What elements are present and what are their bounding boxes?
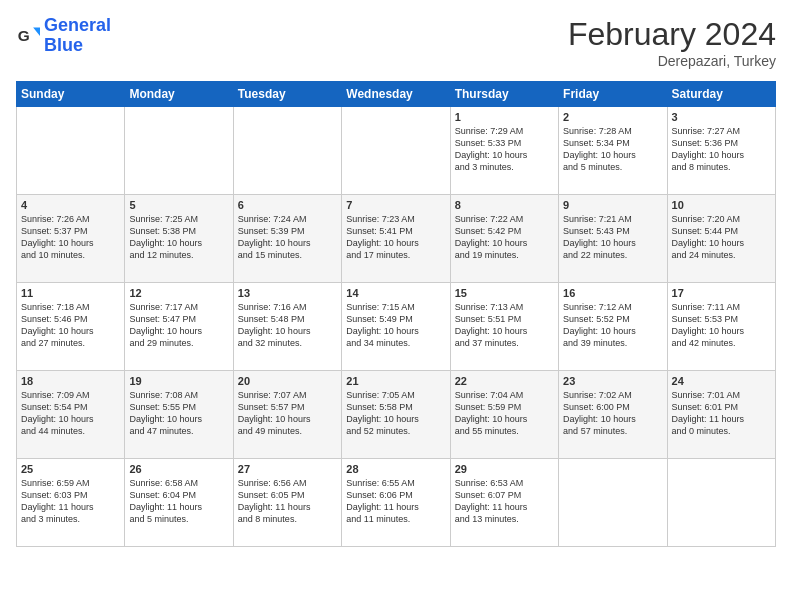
table-row: 19Sunrise: 7:08 AM Sunset: 5:55 PM Dayli… bbox=[125, 371, 233, 459]
day-info: Sunrise: 7:29 AM Sunset: 5:33 PM Dayligh… bbox=[455, 125, 554, 174]
day-info: Sunrise: 7:21 AM Sunset: 5:43 PM Dayligh… bbox=[563, 213, 662, 262]
table-row: 20Sunrise: 7:07 AM Sunset: 5:57 PM Dayli… bbox=[233, 371, 341, 459]
col-wednesday: Wednesday bbox=[342, 82, 450, 107]
calendar-table: Sunday Monday Tuesday Wednesday Thursday… bbox=[16, 81, 776, 547]
day-info: Sunrise: 6:56 AM Sunset: 6:05 PM Dayligh… bbox=[238, 477, 337, 526]
table-row: 21Sunrise: 7:05 AM Sunset: 5:58 PM Dayli… bbox=[342, 371, 450, 459]
day-info: Sunrise: 7:13 AM Sunset: 5:51 PM Dayligh… bbox=[455, 301, 554, 350]
table-row: 27Sunrise: 6:56 AM Sunset: 6:05 PM Dayli… bbox=[233, 459, 341, 547]
day-info: Sunrise: 7:16 AM Sunset: 5:48 PM Dayligh… bbox=[238, 301, 337, 350]
day-info: Sunrise: 6:55 AM Sunset: 6:06 PM Dayligh… bbox=[346, 477, 445, 526]
day-number: 20 bbox=[238, 375, 337, 387]
day-number: 6 bbox=[238, 199, 337, 211]
day-number: 28 bbox=[346, 463, 445, 475]
col-sunday: Sunday bbox=[17, 82, 125, 107]
day-info: Sunrise: 7:27 AM Sunset: 5:36 PM Dayligh… bbox=[672, 125, 771, 174]
day-info: Sunrise: 7:01 AM Sunset: 6:01 PM Dayligh… bbox=[672, 389, 771, 438]
table-row bbox=[667, 459, 775, 547]
table-row: 1Sunrise: 7:29 AM Sunset: 5:33 PM Daylig… bbox=[450, 107, 558, 195]
table-row bbox=[125, 107, 233, 195]
location-subtitle: Derepazari, Turkey bbox=[568, 53, 776, 69]
table-row: 6Sunrise: 7:24 AM Sunset: 5:39 PM Daylig… bbox=[233, 195, 341, 283]
day-info: Sunrise: 7:22 AM Sunset: 5:42 PM Dayligh… bbox=[455, 213, 554, 262]
col-saturday: Saturday bbox=[667, 82, 775, 107]
day-number: 13 bbox=[238, 287, 337, 299]
table-row: 7Sunrise: 7:23 AM Sunset: 5:41 PM Daylig… bbox=[342, 195, 450, 283]
day-info: Sunrise: 7:20 AM Sunset: 5:44 PM Dayligh… bbox=[672, 213, 771, 262]
table-row bbox=[233, 107, 341, 195]
col-friday: Friday bbox=[559, 82, 667, 107]
day-number: 26 bbox=[129, 463, 228, 475]
logo-blue: Blue bbox=[44, 35, 83, 55]
day-info: Sunrise: 6:59 AM Sunset: 6:03 PM Dayligh… bbox=[21, 477, 120, 526]
day-number: 21 bbox=[346, 375, 445, 387]
day-info: Sunrise: 7:08 AM Sunset: 5:55 PM Dayligh… bbox=[129, 389, 228, 438]
svg-marker-1 bbox=[33, 27, 40, 36]
table-row: 22Sunrise: 7:04 AM Sunset: 5:59 PM Dayli… bbox=[450, 371, 558, 459]
day-info: Sunrise: 7:18 AM Sunset: 5:46 PM Dayligh… bbox=[21, 301, 120, 350]
day-number: 10 bbox=[672, 199, 771, 211]
logo-text: General Blue bbox=[44, 16, 111, 56]
day-info: Sunrise: 7:28 AM Sunset: 5:34 PM Dayligh… bbox=[563, 125, 662, 174]
page-header: G General Blue February 2024 Derepazari,… bbox=[16, 16, 776, 69]
day-number: 25 bbox=[21, 463, 120, 475]
col-monday: Monday bbox=[125, 82, 233, 107]
day-info: Sunrise: 7:07 AM Sunset: 5:57 PM Dayligh… bbox=[238, 389, 337, 438]
day-info: Sunrise: 7:02 AM Sunset: 6:00 PM Dayligh… bbox=[563, 389, 662, 438]
table-row bbox=[342, 107, 450, 195]
table-row: 5Sunrise: 7:25 AM Sunset: 5:38 PM Daylig… bbox=[125, 195, 233, 283]
day-number: 8 bbox=[455, 199, 554, 211]
day-info: Sunrise: 7:23 AM Sunset: 5:41 PM Dayligh… bbox=[346, 213, 445, 262]
calendar-header-row: Sunday Monday Tuesday Wednesday Thursday… bbox=[17, 82, 776, 107]
day-number: 23 bbox=[563, 375, 662, 387]
day-info: Sunrise: 7:24 AM Sunset: 5:39 PM Dayligh… bbox=[238, 213, 337, 262]
day-info: Sunrise: 7:11 AM Sunset: 5:53 PM Dayligh… bbox=[672, 301, 771, 350]
day-number: 12 bbox=[129, 287, 228, 299]
month-year-title: February 2024 bbox=[568, 16, 776, 53]
day-number: 5 bbox=[129, 199, 228, 211]
day-info: Sunrise: 7:05 AM Sunset: 5:58 PM Dayligh… bbox=[346, 389, 445, 438]
day-info: Sunrise: 7:09 AM Sunset: 5:54 PM Dayligh… bbox=[21, 389, 120, 438]
table-row: 18Sunrise: 7:09 AM Sunset: 5:54 PM Dayli… bbox=[17, 371, 125, 459]
table-row: 24Sunrise: 7:01 AM Sunset: 6:01 PM Dayli… bbox=[667, 371, 775, 459]
day-number: 2 bbox=[563, 111, 662, 123]
table-row: 9Sunrise: 7:21 AM Sunset: 5:43 PM Daylig… bbox=[559, 195, 667, 283]
day-info: Sunrise: 7:26 AM Sunset: 5:37 PM Dayligh… bbox=[21, 213, 120, 262]
day-number: 7 bbox=[346, 199, 445, 211]
table-row: 25Sunrise: 6:59 AM Sunset: 6:03 PM Dayli… bbox=[17, 459, 125, 547]
calendar-week-row: 18Sunrise: 7:09 AM Sunset: 5:54 PM Dayli… bbox=[17, 371, 776, 459]
day-info: Sunrise: 7:17 AM Sunset: 5:47 PM Dayligh… bbox=[129, 301, 228, 350]
day-number: 17 bbox=[672, 287, 771, 299]
logo-icon: G bbox=[16, 24, 40, 48]
table-row bbox=[559, 459, 667, 547]
day-info: Sunrise: 7:15 AM Sunset: 5:49 PM Dayligh… bbox=[346, 301, 445, 350]
table-row: 29Sunrise: 6:53 AM Sunset: 6:07 PM Dayli… bbox=[450, 459, 558, 547]
logo: G General Blue bbox=[16, 16, 111, 56]
day-number: 3 bbox=[672, 111, 771, 123]
day-number: 24 bbox=[672, 375, 771, 387]
day-number: 11 bbox=[21, 287, 120, 299]
day-number: 29 bbox=[455, 463, 554, 475]
calendar-week-row: 4Sunrise: 7:26 AM Sunset: 5:37 PM Daylig… bbox=[17, 195, 776, 283]
day-number: 18 bbox=[21, 375, 120, 387]
table-row: 12Sunrise: 7:17 AM Sunset: 5:47 PM Dayli… bbox=[125, 283, 233, 371]
col-thursday: Thursday bbox=[450, 82, 558, 107]
logo-general: General bbox=[44, 15, 111, 35]
day-number: 15 bbox=[455, 287, 554, 299]
table-row: 16Sunrise: 7:12 AM Sunset: 5:52 PM Dayli… bbox=[559, 283, 667, 371]
day-number: 14 bbox=[346, 287, 445, 299]
day-number: 22 bbox=[455, 375, 554, 387]
calendar-body: 1Sunrise: 7:29 AM Sunset: 5:33 PM Daylig… bbox=[17, 107, 776, 547]
table-row: 26Sunrise: 6:58 AM Sunset: 6:04 PM Dayli… bbox=[125, 459, 233, 547]
day-number: 27 bbox=[238, 463, 337, 475]
calendar-week-row: 1Sunrise: 7:29 AM Sunset: 5:33 PM Daylig… bbox=[17, 107, 776, 195]
calendar-week-row: 25Sunrise: 6:59 AM Sunset: 6:03 PM Dayli… bbox=[17, 459, 776, 547]
day-info: Sunrise: 7:12 AM Sunset: 5:52 PM Dayligh… bbox=[563, 301, 662, 350]
table-row: 10Sunrise: 7:20 AM Sunset: 5:44 PM Dayli… bbox=[667, 195, 775, 283]
day-number: 4 bbox=[21, 199, 120, 211]
table-row: 17Sunrise: 7:11 AM Sunset: 5:53 PM Dayli… bbox=[667, 283, 775, 371]
table-row bbox=[17, 107, 125, 195]
col-tuesday: Tuesday bbox=[233, 82, 341, 107]
table-row: 11Sunrise: 7:18 AM Sunset: 5:46 PM Dayli… bbox=[17, 283, 125, 371]
table-row: 8Sunrise: 7:22 AM Sunset: 5:42 PM Daylig… bbox=[450, 195, 558, 283]
